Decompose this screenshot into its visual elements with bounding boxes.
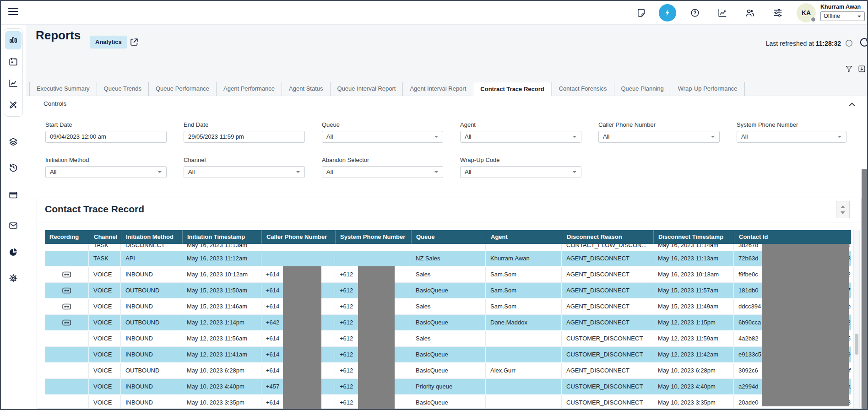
table-scrollbar-thumb[interactable]	[855, 334, 858, 355]
info-icon[interactable]	[845, 39, 853, 48]
cell-agent: Sam.Som	[486, 299, 562, 314]
tab-queue-planning[interactable]: Queue Planning	[614, 82, 671, 96]
tab-contact-forensics[interactable]: Contact Forensics	[552, 82, 614, 96]
help-icon[interactable]	[690, 8, 700, 18]
recording-icon[interactable]	[45, 267, 89, 282]
tab-agent-status[interactable]: Agent Status	[282, 82, 330, 96]
history-icon[interactable]	[8, 162, 18, 173]
table-scrollbar[interactable]	[853, 230, 860, 408]
sidebar-item-reports[interactable]	[5, 31, 22, 49]
table-row[interactable]: TASKDISCONNECTMay 16, 2023 11:13amCONTAC…	[45, 244, 851, 251]
column-header-disconnect-timestamp: Disconnect Timestamp	[653, 230, 734, 244]
system-phone-dropdown[interactable]: All	[737, 131, 846, 143]
cell-initiation-method: API	[121, 251, 182, 266]
cell-queue: Sales	[411, 331, 486, 346]
queue-dropdown[interactable]: All	[322, 131, 443, 143]
cell-agent: Khurram.Awan	[486, 251, 562, 266]
tab-contract-trace-record[interactable]: Contract Trace Record	[473, 82, 551, 96]
cell-queue: BasicQueue	[411, 347, 486, 362]
refresh-icon[interactable]	[859, 38, 868, 49]
cell-channel: TASK	[89, 251, 121, 266]
table-body: TASKDISCONNECTMay 16, 2023 11:13amCONTAC…	[45, 244, 851, 409]
table-row[interactable]: VOICEOUTBOUNDMay 15, 2023 11:50am+614+61…	[45, 283, 851, 299]
external-link-icon[interactable]	[129, 37, 139, 47]
initiation-method-dropdown[interactable]: All	[45, 166, 167, 178]
spinner-up-icon[interactable]	[841, 203, 845, 208]
hamburger-menu-icon[interactable]	[8, 8, 18, 16]
tab-queue-trends[interactable]: Queue Trends	[97, 82, 148, 96]
agent-dropdown[interactable]: All	[460, 131, 581, 143]
recording-icon[interactable]	[45, 315, 89, 330]
redaction-system-phone	[358, 266, 395, 409]
field-label: Initiation Method	[45, 156, 167, 163]
insights-chart-icon[interactable]	[717, 8, 727, 18]
cell-initiation-method: INBOUND	[121, 267, 182, 282]
settings-gear-icon[interactable]	[8, 273, 18, 283]
spinner-down-icon[interactable]	[841, 211, 845, 216]
field-label: Channel	[184, 156, 305, 163]
table-row[interactable]: VOICEINBOUNDMay 15, 2023 11:46am+614+612…	[45, 299, 851, 315]
pie-chart-icon[interactable]	[8, 247, 18, 257]
caller-phone-dropdown[interactable]: All	[598, 131, 720, 143]
start-date-input[interactable]: 09/04/2023 12:00 am	[45, 131, 167, 143]
notes-icon[interactable]	[636, 8, 646, 18]
tab-queue-interval-report[interactable]: Queue Interval Report	[330, 82, 403, 96]
tab-queue-performance[interactable]: Queue Performance	[148, 82, 216, 96]
cell-disconnect-timestamp: May 12, 2023 11:59am	[653, 331, 734, 346]
status-select[interactable]: Offline	[820, 11, 865, 21]
column-header-initiation-method: Initiation Method	[121, 230, 182, 244]
cell-disconnect-timestamp: May 12, 2023 11:42am	[653, 347, 734, 362]
layers-icon[interactable]	[8, 137, 18, 147]
table-row[interactable]: VOICEINBOUNDMay 10, 2023 3:35pm+614+612B…	[45, 395, 851, 409]
field-label: Abandon Selector	[322, 156, 443, 163]
table-row[interactable]: TASKAPIMay 16, 2023 11:12amNZ SalesKhurr…	[45, 251, 851, 267]
table-row[interactable]: VOICEOUTBOUNDMay 10, 2023 6:28pm+614+612…	[45, 363, 851, 379]
wrap-up-code-dropdown[interactable]: All	[460, 166, 581, 178]
cell-queue: BasicQueue	[411, 395, 486, 409]
table-row[interactable]: VOICEINBOUNDMay 12, 2023 11:41am+614+612…	[45, 347, 851, 363]
tab-wrap-up-performance[interactable]: Wrap-Up Performance	[671, 82, 745, 96]
tab-agent-performance[interactable]: Agent Performance	[216, 82, 282, 96]
preferences-sliders-icon[interactable]	[773, 8, 783, 18]
table-row[interactable]: VOICEOUTBOUNDMay 12, 2023 1:14pm+642+612…	[45, 315, 851, 331]
line-chart-icon	[8, 78, 18, 88]
mail-icon[interactable]	[8, 221, 18, 231]
recording-icon[interactable]	[45, 283, 89, 298]
analytics-badge: Analytics	[90, 36, 127, 49]
abandon-selector-dropdown[interactable]: All	[322, 166, 443, 178]
cell-channel: VOICE	[89, 299, 121, 314]
table-row[interactable]: VOICEINBOUNDMay 10, 2023 4:40pm+457+612P…	[45, 379, 851, 395]
sidebar-item-customize[interactable]	[5, 96, 22, 114]
column-header-initiation-timestamp: Initiation Timestamp	[182, 230, 261, 244]
table-title: Contact Trace Record	[45, 204, 144, 215]
recording-icon[interactable]	[45, 299, 89, 314]
cell-agent	[486, 244, 562, 251]
cell-recording	[45, 251, 89, 266]
cell-channel: VOICE	[89, 379, 121, 394]
contacts-icon[interactable]	[745, 8, 755, 18]
cell-disconnect-reason: AGENT_DISCONNECT	[562, 315, 653, 330]
report-tabs: Executive Summary Queue Trends Queue Per…	[29, 82, 745, 96]
filter-icon[interactable]	[845, 65, 853, 73]
collapse-chevron-icon[interactable]	[849, 102, 855, 107]
table-spinner	[836, 201, 850, 218]
page-title: Reports	[36, 28, 81, 43]
tab-executive-summary[interactable]: Executive Summary	[29, 82, 97, 96]
browser-window-icon[interactable]	[8, 190, 18, 200]
app-window: KA Khurram Awan Offline	[0, 0, 868, 410]
field-label: Queue	[322, 121, 443, 128]
cell-recording	[45, 347, 89, 362]
calendar-icon	[8, 57, 18, 67]
sidebar-item-schedule[interactable]	[5, 53, 22, 71]
sidebar-item-performance[interactable]	[5, 74, 22, 92]
tab-agent-interval-report[interactable]: Agent Interval Report	[402, 82, 473, 96]
end-date-input[interactable]: 29/05/2023 11:59 pm	[184, 131, 305, 143]
title-separator	[37, 222, 861, 222]
page-scrollbar[interactable]	[862, 169, 867, 409]
table-row[interactable]: VOICEINBOUNDMay 12, 2023 11:56am+614+612…	[45, 331, 851, 347]
download-icon[interactable]	[857, 65, 866, 73]
channel-dropdown[interactable]: All	[184, 166, 305, 178]
table-row[interactable]: VOICEINBOUNDMay 16, 2023 10:12am+614+612…	[45, 267, 851, 283]
quick-actions-icon[interactable]	[659, 4, 676, 22]
cell-disconnect-timestamp: May 10, 2023 6:28pm	[653, 363, 734, 378]
